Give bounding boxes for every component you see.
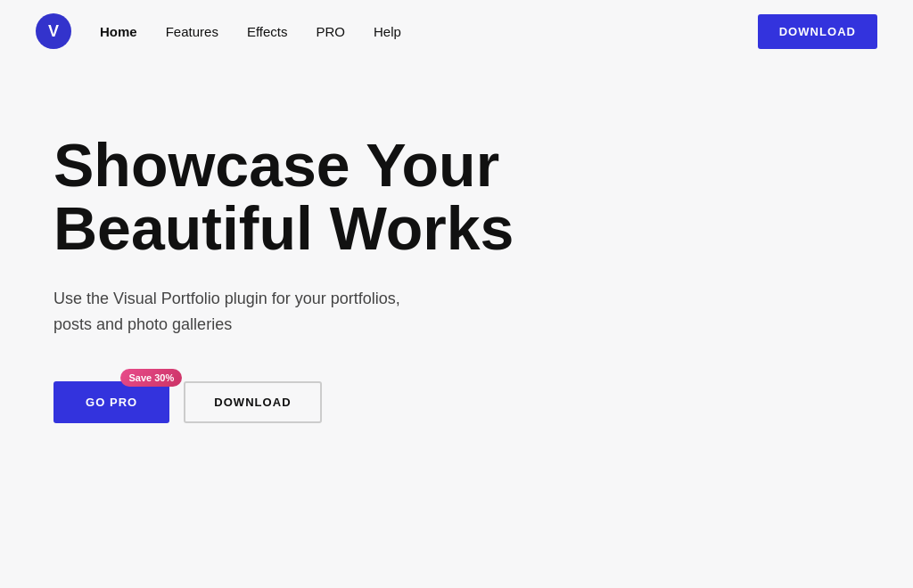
nav-effects[interactable]: Effects — [247, 24, 288, 39]
logo-letter: V — [48, 22, 59, 41]
hero-title-line2: Beautiful Works — [53, 194, 514, 262]
hero-download-button[interactable]: DOWNLOAD — [184, 381, 321, 423]
hero-title-line1: Showcase Your — [53, 131, 499, 199]
navbar: V Home Features Effects PRO Help DOWNLOA… — [0, 0, 913, 62]
cta-group: Save 30% GO PRO DOWNLOAD — [53, 381, 860, 423]
nav-pro[interactable]: PRO — [316, 24, 345, 39]
hero-section: Showcase Your Beautiful Works Use the Vi… — [0, 62, 913, 477]
hero-title: Showcase Your Beautiful Works — [53, 134, 660, 261]
nav-help[interactable]: Help — [374, 24, 401, 39]
go-pro-wrapper: Save 30% GO PRO — [53, 381, 169, 423]
hero-subtitle: Use the Visual Portfolio plugin for your… — [53, 286, 437, 338]
logo-icon[interactable]: V — [36, 13, 71, 49]
nav-features[interactable]: Features — [166, 24, 218, 39]
nav-links: Home Features Effects PRO Help — [100, 24, 401, 39]
nav-home[interactable]: Home — [100, 24, 137, 39]
save-badge: Save 30% — [120, 369, 182, 387]
go-pro-button[interactable]: GO PRO — [53, 381, 169, 423]
nav-download-button[interactable]: DOWNLOAD — [758, 14, 877, 49]
